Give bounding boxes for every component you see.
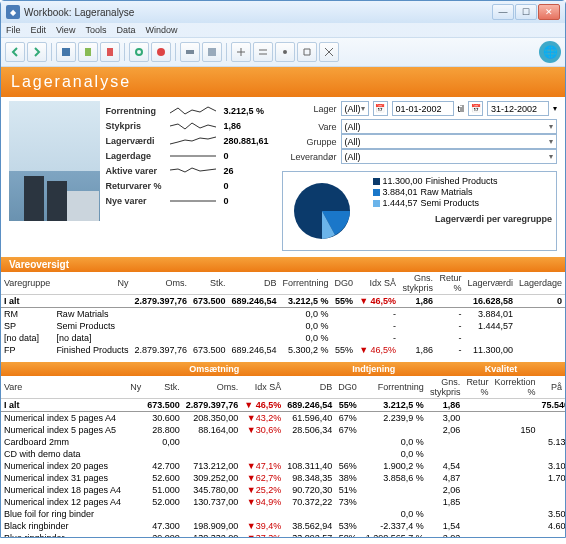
table-row[interactable]: [no data][no data]0,0 %-- xyxy=(1,332,565,344)
legend-swatch xyxy=(373,200,380,207)
svg-rect-6 xyxy=(208,48,216,56)
col-header[interactable]: Korrektion % xyxy=(491,376,538,399)
table-row[interactable]: Black ringbinder47.300198.909,00▼39,4%38… xyxy=(1,520,565,532)
sparkline xyxy=(168,165,218,177)
menu-bar: File Edit View Tools Data Window xyxy=(1,23,565,37)
kpi-row: Aktive varer26 xyxy=(106,165,276,177)
calendar-to-icon[interactable]: 📅 xyxy=(468,101,483,116)
table-row[interactable]: RMRaw Matrials0,0 %--3.884,01 xyxy=(1,308,565,321)
tool-back[interactable] xyxy=(5,42,25,62)
menu-edit[interactable]: Edit xyxy=(31,25,47,35)
svg-rect-5 xyxy=(186,50,194,54)
col-header[interactable]: Gns. stykpris xyxy=(399,272,436,295)
svg-rect-2 xyxy=(107,48,113,56)
item-table: OmsætningIndtjeningKvalitetPlanlægningVa… xyxy=(1,362,565,537)
col-header[interactable]: Retur % xyxy=(436,272,464,295)
menu-file[interactable]: File xyxy=(6,25,21,35)
tool-forward[interactable] xyxy=(27,42,47,62)
minimize-button[interactable]: — xyxy=(492,4,514,20)
col-header[interactable]: DG0 xyxy=(332,272,357,295)
sparkline xyxy=(168,120,218,132)
col-header[interactable]: Varegruppe xyxy=(1,272,53,295)
tool-4[interactable] xyxy=(253,42,273,62)
kpi-row: Returvarer %0 xyxy=(106,180,276,192)
table-row[interactable]: Numerical index 20 pages42.700713.212,00… xyxy=(1,460,565,472)
col-header[interactable]: DG0 xyxy=(335,376,360,399)
col-header[interactable]: Gns. stykpris xyxy=(427,376,464,399)
tool-refresh[interactable] xyxy=(129,42,149,62)
tool-1[interactable] xyxy=(180,42,200,62)
group-table: VaregruppeNyOms.Stk.DBForrentningDG0Idx … xyxy=(1,272,565,356)
date-to-input[interactable] xyxy=(487,101,549,116)
table-row[interactable]: CD with demo data0,0 %0 stk xyxy=(1,448,565,460)
globe-icon[interactable]: 🌐 xyxy=(539,41,561,63)
tool-2[interactable] xyxy=(202,42,222,62)
tool-5[interactable] xyxy=(275,42,295,62)
filter-combo[interactable]: (All) xyxy=(341,134,558,149)
calendar-from-icon[interactable]: 📅 xyxy=(373,101,388,116)
table-row[interactable]: Blue foil for ring binder0,0 %3.500 stk7… xyxy=(1,508,565,520)
filter-label: Vare xyxy=(282,122,337,132)
col-header[interactable]: Ny xyxy=(127,376,144,399)
to-label: til xyxy=(458,104,465,114)
tool-3[interactable] xyxy=(231,42,251,62)
col-header[interactable]: Ny xyxy=(53,272,131,295)
table-row[interactable]: Blue ringbinder29.000138.332,00▼37,3%33.… xyxy=(1,532,565,537)
svg-point-4 xyxy=(157,48,165,56)
filter-lager-combo[interactable]: (All) xyxy=(341,101,369,116)
menu-window[interactable]: Window xyxy=(145,25,177,35)
table-row[interactable]: Cardboard 2mm0,000,0 %5.132 stk2.630,00 xyxy=(1,436,565,448)
table-row[interactable]: Numerical index 18 pages A451.000345.780… xyxy=(1,484,565,496)
tool-pdf[interactable] xyxy=(100,42,120,62)
date-from-input[interactable] xyxy=(392,101,454,116)
col-header[interactable]: Forrentning xyxy=(280,272,332,295)
menu-tools[interactable]: Tools xyxy=(85,25,106,35)
table-row[interactable]: Numerical index 31 pages52.600309.252,00… xyxy=(1,472,565,484)
filter-lager-label: Lager xyxy=(282,104,337,114)
kpi-row: Lagerdage0 xyxy=(106,150,276,162)
pie-chart xyxy=(287,176,367,246)
col-header[interactable]: Lagerværdi xyxy=(464,272,516,295)
col-header[interactable]: Retur % xyxy=(463,376,491,399)
chart-legend: 11.300,00 Finished Products3.884,01 Raw … xyxy=(373,176,553,246)
kpi-label: Returvarer % xyxy=(106,181,168,191)
col-header[interactable]: DB xyxy=(284,376,335,399)
legend-row: 3.884,01 Raw Matrials xyxy=(373,187,553,197)
table-row[interactable]: FPFinished Products2.879.397,76673.50068… xyxy=(1,344,565,356)
table-row[interactable]: Numerical index 5 pages A528.80088.164,0… xyxy=(1,424,565,436)
filter-label: Gruppe xyxy=(282,137,337,147)
kpi-value: 0 xyxy=(224,151,229,161)
col-header[interactable]: Forrentning xyxy=(360,376,427,399)
tool-7[interactable] xyxy=(319,42,339,62)
tool-save[interactable] xyxy=(56,42,76,62)
menu-view[interactable]: View xyxy=(56,25,75,35)
col-header[interactable]: På lager xyxy=(538,376,565,399)
tool-export[interactable] xyxy=(78,42,98,62)
col-header[interactable]: Stk. xyxy=(144,376,183,399)
chart-title: Lagerværdi per varegruppe xyxy=(373,214,553,224)
maximize-button[interactable]: ☐ xyxy=(515,4,537,20)
kpi-value: 280.881,61 xyxy=(224,136,269,146)
filter-combo[interactable]: (All) xyxy=(341,149,558,164)
table-row[interactable]: SPSemi Products0,0 %--1.444,57 xyxy=(1,320,565,332)
col-header[interactable]: DB xyxy=(229,272,280,295)
kpi-label: Stykpris xyxy=(106,121,168,131)
col-header[interactable]: Vare xyxy=(1,376,127,399)
table-row[interactable]: Numerical index 5 pages A430.600208.350,… xyxy=(1,412,565,425)
table-row[interactable]: Numerical index 12 pages A452.000130.737… xyxy=(1,496,565,508)
col-header[interactable]: Stk. xyxy=(190,272,229,295)
col-header[interactable]: Lagerdage xyxy=(516,272,565,295)
sparkline xyxy=(168,105,218,117)
col-header[interactable]: Idx SÅ xyxy=(241,376,284,399)
dropdown-icon[interactable]: ▾ xyxy=(553,104,557,113)
menu-data[interactable]: Data xyxy=(116,25,135,35)
close-button[interactable]: ✕ xyxy=(538,4,560,20)
col-header[interactable]: Oms. xyxy=(131,272,190,295)
kpi-label: Lagerværdi xyxy=(106,136,168,146)
col-header[interactable]: Oms. xyxy=(183,376,242,399)
sparkline xyxy=(168,135,218,147)
tool-stop[interactable] xyxy=(151,42,171,62)
tool-6[interactable] xyxy=(297,42,317,62)
filter-combo[interactable]: (All) xyxy=(341,119,558,134)
col-header[interactable]: Idx SÅ xyxy=(356,272,399,295)
